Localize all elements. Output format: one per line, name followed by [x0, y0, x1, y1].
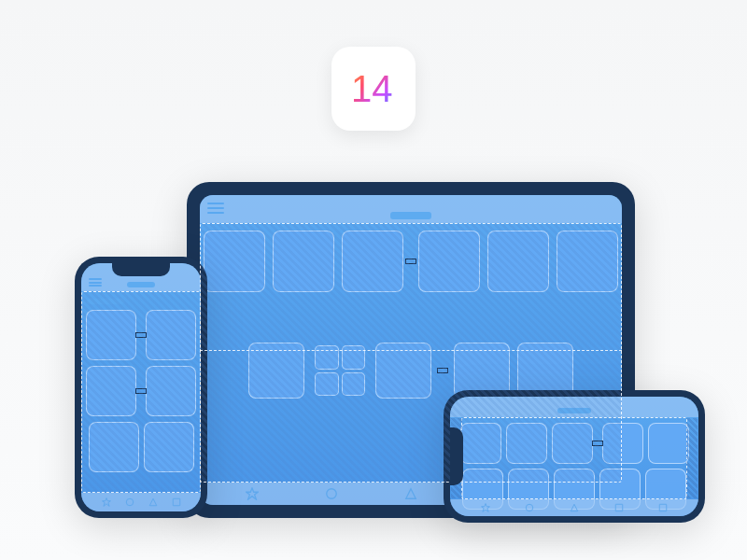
phone-portrait-device: [75, 257, 207, 518]
phone-navbar: [450, 397, 698, 417]
square-icon[interactable]: [658, 503, 668, 512]
cell[interactable]: [89, 422, 139, 472]
cell[interactable]: [487, 231, 549, 292]
cell[interactable]: [506, 423, 547, 464]
navbar-title-placeholder: [557, 408, 591, 413]
triangle-icon[interactable]: [570, 503, 579, 512]
cell[interactable]: [648, 423, 689, 464]
cell[interactable]: [602, 423, 643, 464]
svg-rect-12: [615, 504, 623, 511]
svg-rect-8: [173, 498, 180, 506]
cell[interactable]: [552, 423, 593, 464]
phone-row: [87, 422, 195, 472]
navbar-title-placeholder: [127, 282, 155, 287]
tablet-navbar: [200, 195, 622, 223]
svg-point-1: [327, 489, 337, 499]
notch: [112, 263, 170, 276]
phone-portrait-content: [81, 291, 201, 493]
phone-landscape-screen: [450, 397, 698, 516]
tablet-section-divider: [200, 350, 622, 351]
square-icon[interactable]: [172, 497, 181, 507]
star-icon[interactable]: [481, 503, 490, 512]
phone-tabbar: [450, 499, 698, 516]
svg-marker-9: [481, 504, 489, 512]
triangle-icon[interactable]: [148, 497, 158, 507]
badge-number: 14: [351, 68, 393, 109]
cell[interactable]: [86, 310, 136, 360]
cell[interactable]: [460, 423, 501, 464]
circle-icon[interactable]: [525, 503, 534, 512]
star-icon[interactable]: [102, 497, 111, 507]
square-icon[interactable]: [614, 503, 624, 512]
cell[interactable]: [557, 231, 618, 292]
cell[interactable]: [375, 343, 431, 399]
phone-landscape-content: [450, 417, 698, 499]
cell[interactable]: [342, 231, 403, 292]
star-icon[interactable]: [246, 487, 259, 500]
ios14-badge: 14: [331, 47, 416, 131]
svg-marker-5: [102, 498, 110, 507]
cell[interactable]: [204, 231, 265, 292]
cell[interactable]: [273, 231, 334, 292]
hamburger-icon[interactable]: [89, 278, 102, 287]
cell-quad[interactable]: [312, 343, 368, 399]
svg-point-6: [126, 498, 134, 506]
navbar-title-placeholder: [390, 212, 431, 219]
circle-icon[interactable]: [325, 487, 338, 500]
phone-row: [87, 310, 195, 360]
hamburger-icon[interactable]: [207, 203, 224, 214]
tablet-row-1: [209, 231, 613, 292]
svg-marker-0: [247, 488, 258, 499]
section-heading-placeholder: [87, 299, 124, 304]
cell[interactable]: [144, 422, 194, 472]
phone-tabbar: [81, 493, 201, 511]
cell[interactable]: [146, 366, 196, 416]
cell[interactable]: [86, 366, 136, 416]
phone-landscape-device: [444, 390, 705, 523]
phone-row: [87, 366, 195, 416]
svg-point-10: [527, 504, 534, 511]
notch: [450, 427, 463, 485]
circle-icon[interactable]: [125, 497, 134, 507]
svg-marker-2: [406, 489, 416, 499]
svg-rect-13: [659, 504, 667, 511]
phone-l-row: [467, 423, 682, 464]
triangle-icon[interactable]: [404, 487, 417, 500]
svg-marker-7: [149, 498, 157, 506]
svg-marker-11: [571, 504, 578, 511]
cell[interactable]: [146, 310, 196, 360]
cell[interactable]: [248, 343, 304, 399]
cell[interactable]: [418, 231, 480, 292]
phone-portrait-screen: [81, 263, 201, 511]
